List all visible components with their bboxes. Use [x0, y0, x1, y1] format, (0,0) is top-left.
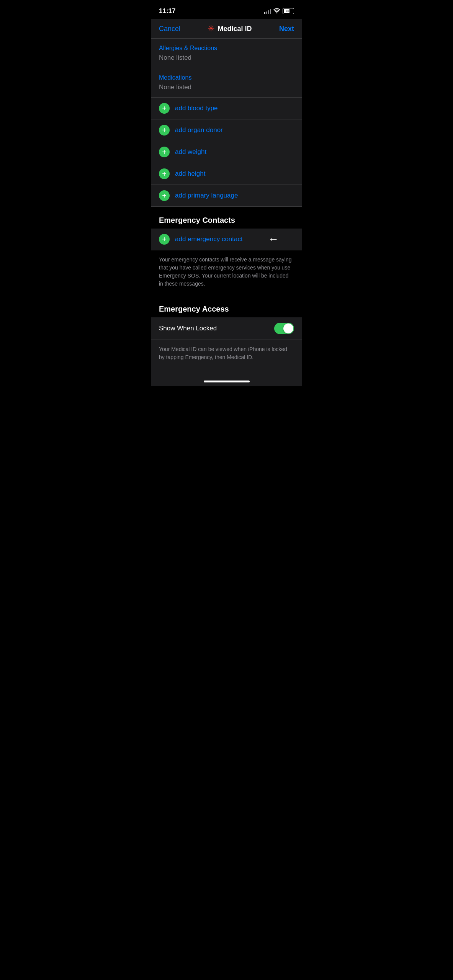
cancel-button[interactable]: Cancel [159, 25, 180, 33]
emergency-contacts-content: + add emergency contact ← [151, 229, 302, 250]
emergency-contacts-title: Emergency Contacts [159, 216, 294, 225]
add-emergency-label: add emergency contact [175, 235, 243, 243]
add-height-row[interactable]: + add height [151, 163, 302, 185]
next-button[interactable]: Next [279, 25, 294, 33]
add-organ-donor-label: add organ donor [175, 126, 223, 134]
home-indicator [151, 373, 302, 386]
add-height-label: add height [175, 170, 205, 178]
add-blood-type-icon: + [159, 103, 170, 114]
medical-star-icon: ✳ [208, 24, 214, 34]
status-icons: 63 [264, 8, 294, 15]
show-when-locked-toggle[interactable] [274, 323, 294, 334]
add-items-section: + add blood type + add organ donor + add… [151, 98, 302, 207]
emergency-access-title: Emergency Access [159, 305, 294, 314]
emergency-access-content: Show When Locked Your Medical ID can be … [151, 317, 302, 373]
nav-bar: Cancel ✳ Medical ID Next [151, 19, 302, 39]
emergency-contacts-header: Emergency Contacts [151, 207, 302, 229]
add-organ-donor-icon: + [159, 125, 170, 136]
home-bar [204, 381, 250, 382]
allergies-label: Allergies & Reactions [159, 45, 294, 52]
add-emergency-icon: + [159, 234, 170, 245]
arrow-left-icon: ← [268, 233, 279, 245]
status-bar: 11:17 63 [151, 0, 302, 19]
add-emergency-contact-row[interactable]: + add emergency contact ← [151, 229, 302, 250]
access-note: Your Medical ID can be viewed when iPhon… [151, 340, 302, 373]
page-title: Medical ID [218, 25, 252, 33]
show-when-locked-row: Show When Locked [151, 317, 302, 340]
allergies-section: Allergies & Reactions None listed [151, 39, 302, 68]
battery-icon: 63 [283, 8, 294, 14]
add-organ-donor-row[interactable]: + add organ donor [151, 119, 302, 141]
toggle-knob [283, 323, 293, 333]
add-primary-language-row[interactable]: + add primary language [151, 185, 302, 207]
main-content: Allergies & Reactions None listed Medica… [151, 39, 302, 207]
medications-value: None listed [159, 83, 294, 91]
emergency-note: Your emergency contacts will receive a m… [151, 250, 302, 297]
medications-label: Medications [159, 74, 294, 81]
wifi-icon [273, 8, 280, 15]
add-primary-language-label: add primary language [175, 192, 238, 199]
medications-section: Medications None listed [151, 68, 302, 98]
add-weight-row[interactable]: + add weight [151, 141, 302, 163]
battery-level: 63 [286, 9, 290, 13]
emergency-access-header: Emergency Access [151, 297, 302, 317]
add-blood-type-row[interactable]: + add blood type [151, 98, 302, 119]
status-time: 11:17 [159, 7, 175, 15]
add-blood-type-label: add blood type [175, 105, 218, 112]
add-height-icon: + [159, 168, 170, 179]
signal-icon [264, 8, 271, 14]
nav-title: ✳ Medical ID [208, 24, 252, 34]
add-weight-label: add weight [175, 148, 206, 156]
add-primary-language-icon: + [159, 190, 170, 201]
show-when-locked-label: Show When Locked [159, 325, 217, 332]
add-weight-icon: + [159, 147, 170, 157]
allergies-value: None listed [159, 54, 294, 62]
